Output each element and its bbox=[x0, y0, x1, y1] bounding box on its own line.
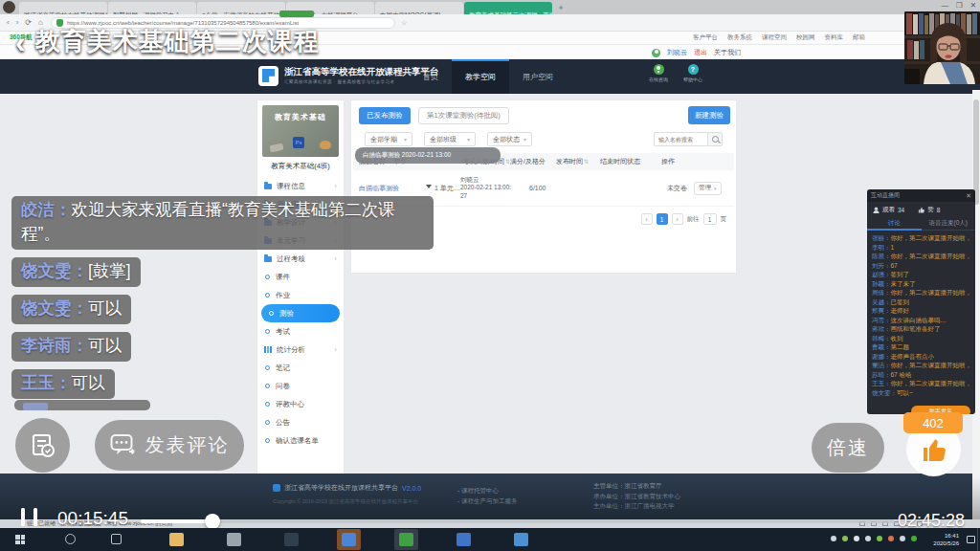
bookmark-item[interactable]: 校园网 bbox=[796, 33, 815, 42]
bookmark-item[interactable]: 教务系统 bbox=[727, 33, 752, 42]
hourglass-icon bbox=[426, 185, 432, 188]
chat-sender-name: 王玉 bbox=[21, 373, 72, 392]
taskbar-app-icon[interactable] bbox=[165, 529, 189, 550]
search-icon[interactable] bbox=[65, 534, 76, 544]
tray-icon[interactable] bbox=[842, 536, 848, 541]
browser-tab[interactable]: 智慧树网 - 课程学习中心 bbox=[108, 2, 196, 14]
logout-link[interactable]: 退出 bbox=[694, 48, 707, 57]
sidebar-menu-item[interactable]: 确认选课名单 › bbox=[257, 431, 344, 450]
chat-message-text: 可以 bbox=[88, 336, 122, 355]
page-number-button[interactable]: 1 bbox=[657, 213, 668, 225]
search-input[interactable] bbox=[654, 132, 707, 146]
live-chat-sender: 孙颖 bbox=[872, 280, 891, 287]
next-page-button[interactable]: › bbox=[672, 213, 683, 225]
sidebar-menu-item[interactable]: 公告 › bbox=[257, 413, 344, 431]
table-header-cell[interactable]: 操作 bbox=[661, 157, 675, 166]
browser-tab[interactable]: 教育美术基础第二次课程 - 直播 bbox=[464, 2, 552, 14]
bookmark-item[interactable]: 课程空间 bbox=[762, 33, 787, 42]
notes-button[interactable] bbox=[15, 418, 70, 473]
progress-handle[interactable] bbox=[205, 514, 220, 529]
browser-tab[interactable]: 中国大学MOOC(慕课) bbox=[375, 2, 463, 14]
tray-icon[interactable] bbox=[888, 536, 894, 541]
table-header-cell[interactable]: 状态 bbox=[627, 157, 661, 166]
taskbar-clock[interactable]: 16:41 2020/5/26 bbox=[933, 532, 959, 547]
live-chat-message: 陈晨你好，第二次课直播开始啦，大家加油 bbox=[872, 252, 970, 261]
bookmark-star-icon[interactable]: ☆ bbox=[401, 19, 407, 27]
tray-icon[interactable] bbox=[911, 536, 917, 541]
tray-icon[interactable] bbox=[831, 536, 836, 541]
start-button[interactable] bbox=[15, 535, 25, 544]
browser-tab-bar: 浙江省高等学校在线开放课程共享平台 智慧树网 - 课程学习中心 e会学 - 安徽… bbox=[0, 0, 980, 14]
quick-link[interactable]: ? 帮助中心 bbox=[683, 64, 702, 82]
search-icon[interactable] bbox=[707, 132, 723, 146]
footer-link[interactable]: - 课程托管中心 bbox=[457, 485, 517, 496]
taskbar-app-icon[interactable] bbox=[222, 529, 246, 550]
table-header-cell[interactable]: 发布时间 bbox=[556, 157, 600, 166]
close-icon[interactable]: ✕ bbox=[966, 192, 971, 200]
footer-link[interactable]: - 课程生产与加工服务 bbox=[457, 496, 517, 506]
playback-speed-button[interactable]: 倍速 bbox=[812, 423, 884, 473]
nav-item[interactable]: 教学空间 bbox=[452, 59, 509, 94]
pause-button[interactable] bbox=[21, 508, 37, 526]
bookmark-item[interactable]: 资料库 bbox=[825, 33, 844, 42]
goto-page-input[interactable]: 1 bbox=[703, 213, 717, 225]
avatar[interactable] bbox=[652, 49, 660, 57]
back-icon[interactable]: ‹ bbox=[7, 18, 10, 27]
taskbar-app-icon[interactable] bbox=[452, 529, 476, 550]
live-chat-text: 你好，第二次课直播开始啦，大家加油 bbox=[891, 253, 971, 259]
taskbar-app-icon[interactable] bbox=[337, 529, 361, 550]
copyright: Copyright © 2016-2019 浙江省高等学校在线开放课程共享平台 bbox=[273, 498, 421, 505]
create-quiz-button[interactable]: 新建测验 bbox=[688, 106, 730, 124]
maximize-button[interactable]: ❐ bbox=[956, 1, 963, 10]
tab-voice-mic[interactable]: 语音连麦(0人) bbox=[922, 217, 976, 230]
photoshop-badge-icon: Ps bbox=[293, 137, 304, 148]
progress-bar[interactable] bbox=[141, 519, 895, 523]
tab-published-quizzes[interactable]: 已发布测验 bbox=[359, 107, 411, 124]
browser-tab[interactable]: 浙江省高等学校在线开放课程共享平台 bbox=[19, 2, 107, 14]
course-cover-image[interactable]: 教育美术基础 Ps bbox=[262, 105, 339, 157]
close-button[interactable]: ✕ bbox=[970, 1, 976, 10]
taskbar-app-icon[interactable] bbox=[509, 529, 533, 550]
note-check-icon bbox=[31, 433, 56, 458]
quick-link[interactable]: 在线咨询 bbox=[649, 64, 668, 82]
table-header-cell[interactable]: 结束时间 bbox=[600, 157, 627, 166]
live-chat-message: 苏晴67 哈哈 bbox=[872, 370, 970, 380]
prev-page-button[interactable]: ‹ bbox=[641, 213, 653, 225]
tab-pending-review[interactable]: 第1次课堂测验(待批阅) bbox=[418, 107, 509, 124]
scrollbar-thumb[interactable] bbox=[973, 99, 979, 205]
live-chat-sender: 赵强 bbox=[872, 271, 891, 277]
username-link[interactable]: 刘晓云 bbox=[667, 48, 687, 57]
filter-dropdown[interactable]: 全部学期 bbox=[365, 132, 412, 146]
quiz-name-cell[interactable]: 白描临摹测验 bbox=[359, 184, 426, 193]
row-action-dropdown[interactable]: 管理 bbox=[694, 182, 722, 195]
taskbar-app-icon[interactable] bbox=[279, 529, 303, 550]
tray-icon[interactable] bbox=[854, 536, 859, 541]
nav-item[interactable]: 首页 bbox=[410, 59, 452, 94]
tray-icon[interactable] bbox=[877, 536, 882, 541]
post-comment-button[interactable]: 发表评论 bbox=[95, 420, 244, 471]
new-tab-button[interactable]: ＋ bbox=[557, 2, 565, 12]
filter-dropdown[interactable]: 全部班级 bbox=[424, 132, 476, 146]
table-header-cell[interactable]: 满分/及格分 bbox=[510, 157, 556, 166]
action-center-icon[interactable] bbox=[967, 536, 975, 543]
about-link[interactable]: 关于我们 bbox=[714, 48, 741, 57]
live-chat-sender: 冯雪 bbox=[872, 317, 891, 323]
tray-icon[interactable] bbox=[865, 536, 871, 541]
back-chevron-icon[interactable]: ‹ bbox=[15, 28, 26, 56]
bookmark-item[interactable]: 客户平台 bbox=[693, 33, 718, 42]
sidebar-menu-item[interactable]: 课程信息 › bbox=[257, 177, 344, 195]
tray-icon[interactable] bbox=[900, 536, 905, 541]
filter-dropdown[interactable]: 全部状态 bbox=[487, 132, 532, 146]
video-title-bar: ‹ 教育美术基础第二次课程 bbox=[15, 25, 320, 58]
browser-logo-icon[interactable] bbox=[3, 1, 15, 13]
minimize-button[interactable]: — bbox=[941, 1, 948, 10]
quick-link-icon bbox=[654, 64, 664, 75]
task-view-icon[interactable] bbox=[111, 534, 122, 544]
viewers-icon bbox=[873, 207, 880, 213]
live-chat-message: 吴越已签到 bbox=[872, 298, 970, 307]
taskbar-app-icon[interactable] bbox=[394, 529, 418, 550]
bookmark-item[interactable]: 邮箱 bbox=[853, 33, 865, 42]
live-chat-message: 王玉你好，第二次课直播开始啦，大家加油 bbox=[872, 379, 970, 388]
browser-tab[interactable]: e会学 - 安徽省高校在线开放课程 bbox=[197, 2, 285, 14]
nav-item[interactable]: 用户空间 bbox=[509, 59, 567, 94]
